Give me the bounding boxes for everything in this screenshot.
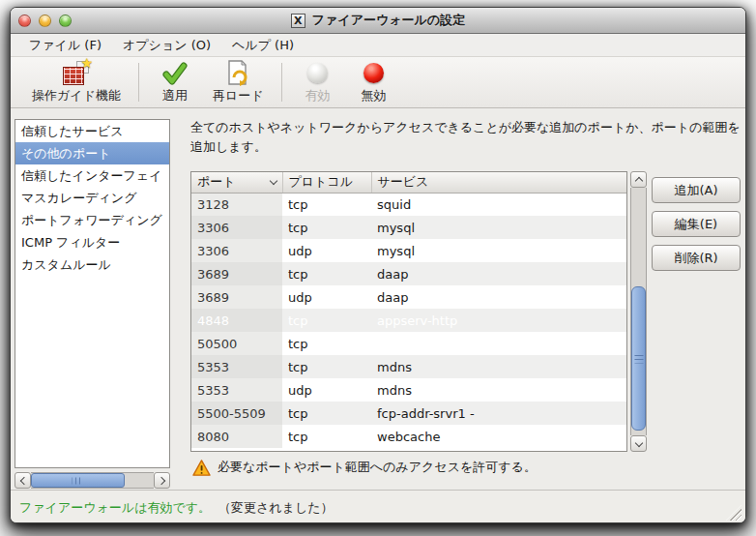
toolbar-reload-button[interactable]: 再ロード — [203, 60, 274, 104]
scroll-down-icon[interactable] — [630, 435, 647, 452]
warning-row: 必要なポートやポート範囲へのみアクセスを許可する。 — [192, 459, 537, 476]
sidebar-item-other-ports[interactable]: その他のポート — [15, 142, 169, 164]
toolbar-disable-button[interactable]: 無効 — [346, 60, 402, 104]
toolbar-separator — [138, 63, 139, 102]
sidebar-item-masquerading[interactable]: マスカレーディング — [15, 187, 169, 209]
column-header-port[interactable]: ポート — [191, 172, 282, 193]
warning-triangle-icon — [192, 460, 211, 476]
statusbar: ファイアーウォールは有効です。 （変更されました） — [11, 490, 745, 523]
table-row-selected[interactable]: 4848tcpappserv-http — [191, 309, 626, 332]
remove-button[interactable]: 削除(R) — [652, 245, 741, 271]
table-row[interactable]: 3689tcpdaap — [191, 262, 626, 285]
table-row[interactable]: 3306udpmysql — [191, 239, 626, 262]
sidebar-horizontal-scrollbar[interactable] — [15, 472, 170, 489]
sort-desc-chevron-icon — [269, 177, 276, 185]
table-row[interactable]: 50500tcp — [191, 332, 626, 355]
table-row[interactable]: 5500-5509tcpfcp-addr-srvr1 - — [191, 402, 626, 425]
firewall-config-window: ファイアーウォールの設定 ファイル (F) オプション (O) ヘルプ (H) … — [10, 7, 746, 523]
close-icon[interactable] — [18, 15, 31, 27]
table-vertical-scrollbar[interactable] — [630, 171, 647, 452]
table-row[interactable]: 5353udpmdns — [191, 378, 626, 402]
scrollbar-track[interactable] — [31, 472, 154, 489]
panel-description: 全てのホストやネットワークからアクセスできることが必要な追加のポートか、ポートの… — [190, 118, 743, 157]
sidebar-item-trusted-services[interactable]: 信頼したサービス — [15, 120, 169, 142]
table-row[interactable]: 8080tcpwebcache — [191, 425, 626, 448]
scroll-right-icon[interactable] — [154, 472, 170, 489]
resize-grip[interactable] — [726, 505, 741, 521]
modified-text: （変更されました） — [218, 499, 334, 517]
main-content: 信頼したサービス その他のポート 信頼したインターフェイ マスカレーディング ポ… — [11, 108, 745, 490]
scrollbar-thumb[interactable] — [31, 473, 125, 488]
menu-help[interactable]: ヘルプ (H) — [221, 35, 305, 56]
firewall-status-text: ファイアーウォールは有効です。 — [19, 499, 211, 517]
sidebar-item-port-forwarding[interactable]: ポートフォワーディング — [15, 209, 169, 231]
column-header-protocol[interactable]: プロトコル — [282, 172, 371, 193]
scroll-up-icon[interactable] — [630, 171, 647, 188]
toolbar-wizard-label: 操作ガイド機能 — [32, 87, 121, 104]
toolbar-separator — [281, 63, 282, 102]
toolbar-enable-label: 有効 — [305, 87, 331, 104]
scrollbar-track[interactable] — [630, 188, 647, 435]
column-header-service[interactable]: サービス — [371, 172, 626, 193]
toolbar-wizard-button[interactable]: 操作ガイド機能 — [22, 60, 131, 104]
toolbar-apply-button[interactable]: 適用 — [147, 60, 203, 104]
titlebar[interactable]: ファイアーウォールの設定 — [11, 8, 745, 34]
scroll-left-icon[interactable] — [15, 472, 31, 489]
table-row[interactable]: 3306tcpmysql — [191, 216, 626, 239]
toolbar-reload-label: 再ロード — [213, 87, 264, 104]
edit-button[interactable]: 編集(E) — [652, 211, 741, 237]
sidebar-item-icmp-filter[interactable]: ICMP フィルター — [15, 231, 169, 253]
scrollbar-thumb[interactable] — [631, 286, 646, 430]
sidebar-item-trusted-interfaces[interactable]: 信頼したインターフェイ — [15, 164, 169, 187]
x11-app-icon — [291, 14, 305, 28]
table-row[interactable]: 5353tcpmdns — [191, 355, 626, 378]
enable-gray-sphere-icon — [307, 60, 328, 86]
menu-file[interactable]: ファイル (F) — [18, 35, 112, 56]
minimize-icon[interactable] — [39, 15, 51, 27]
ports-table: ポート プロトコル サービス 3128tcpsquid 3306tcpmysql… — [190, 171, 627, 452]
table-row[interactable]: 3128tcpsquid — [191, 193, 626, 216]
toolbar-apply-label: 適用 — [162, 87, 188, 104]
action-buttons: 追加(A) 編集(E) 削除(R) — [652, 177, 741, 271]
disable-red-sphere-icon — [363, 60, 384, 86]
window-title-area: ファイアーウォールの設定 — [291, 12, 465, 29]
toolbar-enable-button: 有効 — [290, 60, 346, 104]
apply-check-icon — [162, 60, 188, 86]
reload-page-icon — [225, 60, 250, 86]
menu-options[interactable]: オプション (O) — [112, 35, 221, 56]
menubar: ファイル (F) オプション (O) ヘルプ (H) — [11, 34, 745, 57]
warning-text: 必要なポートやポート範囲へのみアクセスを許可する。 — [218, 459, 537, 476]
wizard-brick-star-icon — [61, 60, 92, 86]
toolbar: 操作ガイド機能 適用 再ロード — [11, 57, 745, 108]
table-row[interactable]: 3689udpdaap — [191, 285, 626, 309]
toolbar-disable-label: 無効 — [362, 87, 387, 104]
add-button[interactable]: 追加(A) — [652, 177, 741, 203]
sidebar-category-list: 信頼したサービス その他のポート 信頼したインターフェイ マスカレーディング ポ… — [15, 119, 170, 468]
sidebar-item-custom-rules[interactable]: カスタムルール — [15, 253, 169, 276]
window-controls — [18, 15, 72, 27]
zoom-icon[interactable] — [59, 15, 72, 27]
window-title: ファイアーウォールの設定 — [312, 12, 465, 29]
